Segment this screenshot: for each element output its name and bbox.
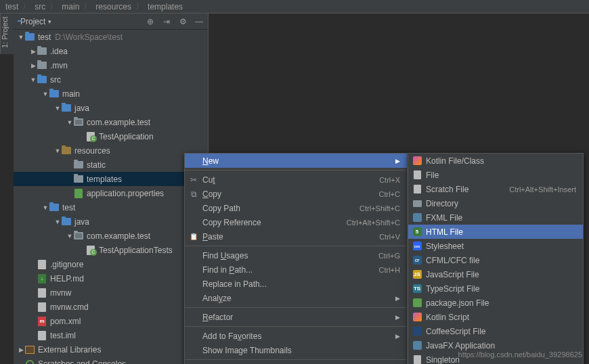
tree-label: com.example.test <box>87 118 150 127</box>
tree-row[interactable]: mvnw.cmd <box>14 300 208 314</box>
tree-row[interactable]: templates <box>14 172 208 186</box>
folder-blue-icon <box>61 103 72 114</box>
tree-row[interactable]: ▼main <box>14 87 208 101</box>
tree-label: mvnw <box>50 288 71 298</box>
menu-item[interactable]: Stylesheet <box>408 239 583 253</box>
menu-item[interactable]: Add to Favorites▶ <box>185 329 407 343</box>
tree-row[interactable]: ▼resources <box>14 143 208 158</box>
ts-icon <box>412 284 422 294</box>
menu-item[interactable]: Find UsagesCtrl+G <box>185 248 407 263</box>
tree-row[interactable]: ▼java <box>14 101 208 115</box>
menu-item[interactable]: ✂CutCtrl+X <box>185 173 407 187</box>
menu-item[interactable]: Show Image Thumbnails <box>185 343 407 357</box>
menu-item[interactable]: Replace in Path... <box>185 277 407 291</box>
menu-item[interactable]: Copy ReferenceCtrl+Alt+Shift+C <box>185 215 407 229</box>
tree-row[interactable]: pom.xml <box>14 314 208 328</box>
disclosure-icon[interactable]: ▼ <box>66 233 73 240</box>
breadcrumb-item[interactable]: src <box>35 2 45 12</box>
panel-title: Project <box>20 17 45 26</box>
breadcrumb-item[interactable]: main <box>62 2 79 12</box>
folder-icon <box>37 60 47 71</box>
menu-item[interactable]: CoffeeScript File <box>408 324 583 338</box>
props-file-icon <box>73 188 84 199</box>
java-class-icon <box>85 131 96 142</box>
tree-row[interactable]: ▼java <box>14 214 208 229</box>
disclosure-icon[interactable]: ▶ <box>30 48 37 55</box>
context-menu[interactable]: New▶✂CutCtrl+X⧉CopyCtrl+CCopy PathCtrl+S… <box>184 153 408 364</box>
tree-row[interactable]: TestApplicationTests <box>14 243 208 257</box>
tree-row[interactable]: TestApplication <box>14 129 208 143</box>
folder-blue-icon <box>61 217 72 227</box>
disclosure-icon[interactable]: ▼ <box>54 105 61 112</box>
collapse-icon[interactable]: ⇥ <box>162 17 171 26</box>
menu-item[interactable]: Find in Path...Ctrl+H <box>185 263 407 277</box>
folder-blue-icon <box>24 32 35 43</box>
tree-row[interactable]: ▶.idea <box>14 44 208 58</box>
disclosure-icon[interactable]: ▼ <box>54 219 61 225</box>
tree-row[interactable]: test.iml <box>14 328 208 342</box>
tree-row[interactable]: static <box>14 158 208 172</box>
dropdown-icon[interactable]: ▾ <box>48 18 51 25</box>
menu-item[interactable]: JavaScript File <box>408 267 583 281</box>
menu-item[interactable]: ⧉CopyCtrl+C <box>185 187 407 201</box>
menu-item[interactable]: Directory <box>408 196 583 210</box>
breadcrumb-item[interactable]: test <box>5 2 18 12</box>
menu-item[interactable]: 📋PasteCtrl+V <box>185 229 407 244</box>
folder-blue-icon <box>49 202 60 213</box>
copy-icon: ⧉ <box>189 189 198 199</box>
tree-label: templates <box>87 175 122 184</box>
menu-item[interactable]: HTML File <box>408 225 583 239</box>
breadcrumb[interactable]: test〉 src〉 main〉 resources〉 templates <box>0 0 589 14</box>
menu-item[interactable]: File <box>408 168 583 182</box>
project-panel-header: Project ▾ ⊕ ⇥ ⚙ — <box>14 14 208 30</box>
breadcrumb-item[interactable]: resources <box>95 2 131 12</box>
menu-item[interactable]: FXML File <box>408 210 583 225</box>
folder-pkg-icon <box>73 231 84 242</box>
tree-row[interactable]: ▶External Libraries <box>14 342 208 357</box>
tree-row[interactable]: ▼com.example.test <box>14 229 208 243</box>
locate-icon[interactable]: ⊕ <box>146 17 155 26</box>
git-file-icon <box>37 259 47 270</box>
file-icon <box>37 288 47 298</box>
tree-row[interactable]: ▼testD:\WorkSpace\test <box>14 30 208 44</box>
disclosure-icon[interactable]: ▼ <box>42 204 49 211</box>
menu-item[interactable]: Copy PathCtrl+Shift+C <box>185 201 407 215</box>
tree-row[interactable]: Scratches and Consoles <box>14 357 208 364</box>
breadcrumb-item[interactable]: templates <box>148 2 183 12</box>
menu-item[interactable]: package.json File <box>408 296 583 310</box>
disclosure-icon[interactable]: ▶ <box>30 62 37 69</box>
tree-row[interactable]: ▼com.example.test <box>14 115 208 129</box>
disclosure-icon[interactable]: ▼ <box>42 91 49 97</box>
hide-icon[interactable]: — <box>194 17 204 26</box>
menu-item[interactable]: CFML/CFC file <box>408 253 583 267</box>
menu-item[interactable]: Refactor▶ <box>185 310 407 324</box>
menu-item[interactable]: New▶ <box>185 154 407 168</box>
tree-row[interactable]: ↓HELP.md <box>14 271 208 286</box>
tree-row[interactable]: ▶.mvn <box>14 58 208 72</box>
disclosure-icon[interactable]: ▼ <box>18 34 24 41</box>
menu-item[interactable]: Kotlin File/Class <box>408 154 583 168</box>
tree-row[interactable]: ▼src <box>14 72 208 87</box>
disclosure-icon[interactable]: ▼ <box>54 147 61 154</box>
project-tree[interactable]: ▼testD:\WorkSpace\test▶.idea▶.mvn▼src▼ma… <box>14 30 208 364</box>
tree-row[interactable]: mvnw <box>14 286 208 300</box>
menu-item[interactable]: Scratch FileCtrl+Alt+Shift+Insert <box>408 182 583 196</box>
disclosure-icon[interactable]: ▶ <box>18 346 24 353</box>
disclosure-icon[interactable]: ▼ <box>30 76 37 83</box>
tree-row[interactable]: application.properties <box>14 186 208 200</box>
menu-item[interactable]: Kotlin Script <box>408 310 583 324</box>
paste-icon: 📋 <box>189 232 198 242</box>
new-submenu[interactable]: Kotlin File/ClassFileScratch FileCtrl+Al… <box>408 153 584 364</box>
tree-label: com.example.test <box>87 231 150 241</box>
folder-icon <box>73 160 84 170</box>
project-tool-tab[interactable]: 1: Project <box>0 14 14 54</box>
disclosure-icon[interactable]: ▼ <box>66 119 73 126</box>
js-icon <box>412 270 422 279</box>
gear-icon[interactable]: ⚙ <box>178 17 188 26</box>
menu-item[interactable]: TypeScript File <box>408 281 583 296</box>
menu-item[interactable]: Analyze▶ <box>185 291 407 305</box>
tree-row[interactable]: .gitignore <box>14 257 208 271</box>
tree-label: TestApplicationTests <box>99 246 173 255</box>
file-icon <box>412 185 422 194</box>
tree-row[interactable]: ▼test <box>14 200 208 214</box>
